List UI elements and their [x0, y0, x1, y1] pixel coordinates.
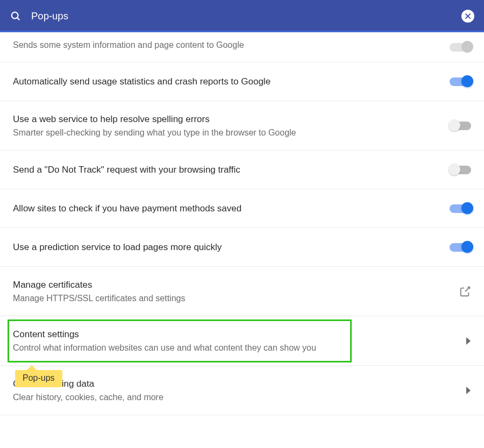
setting-title: Content settings: [13, 329, 455, 340]
page-title: Pop-ups: [31, 10, 461, 22]
setting-certificates[interactable]: Manage certificates Manage HTTPS/SSL cer…: [0, 267, 484, 316]
setting-control: [459, 286, 471, 297]
setting-spelling: Use a web service to help resolve spelli…: [0, 101, 484, 151]
setting-text: Manage certificates Manage HTTPS/SSL cer…: [13, 271, 449, 312]
setting-control: [450, 122, 471, 130]
toggle-prediction[interactable]: [450, 243, 471, 252]
toggle-spelling[interactable]: [450, 122, 471, 130]
setting-text: Automatically send usage statistics and …: [13, 68, 439, 96]
setting-content-settings[interactable]: Content settings Control what informatio…: [0, 316, 484, 366]
search-icon[interactable]: [10, 10, 22, 22]
setting-title: Send a "Do Not Track" request with your …: [13, 165, 439, 175]
setting-control: [450, 243, 471, 252]
setting-control: [466, 387, 471, 394]
setting-title: Use a web service to help resolve spelli…: [13, 114, 439, 125]
toggle-dnt[interactable]: [450, 166, 471, 174]
setting-title: Allow sites to check if you have payment…: [13, 203, 439, 214]
setting-text: Send a "Do Not Track" request with your …: [13, 156, 439, 184]
setting-dnt: Send a "Do Not Track" request with your …: [0, 151, 484, 189]
setting-text: Clear browsing data Clear history, cooki…: [13, 370, 455, 411]
setting-text: Use a prediction service to load pages m…: [13, 233, 439, 261]
setting-subtitle: Smarter spell-checking by sending what y…: [13, 128, 439, 138]
svg-line-1: [17, 18, 19, 20]
setting-control: [450, 43, 471, 52]
toggle-payment[interactable]: [450, 204, 471, 213]
external-link-icon: [459, 286, 471, 297]
setting-subtitle: Control what information websites can us…: [13, 343, 455, 353]
chevron-right-icon: [466, 337, 471, 345]
setting-usage-stats: Automatically send usage statistics and …: [0, 62, 484, 101]
setting-subtitle: Sends some system information and page c…: [13, 40, 439, 50]
header-bar: Pop-ups: [0, 0, 484, 32]
svg-point-0: [12, 12, 18, 19]
toggle-system-info[interactable]: [450, 43, 471, 52]
close-button[interactable]: [461, 10, 474, 23]
setting-system-info: Sends some system information and page c…: [0, 32, 484, 62]
callout-text: Pop-ups: [23, 373, 55, 382]
setting-subtitle: Clear history, cookies, cache, and more: [13, 393, 455, 402]
setting-title: Automatically send usage statistics and …: [13, 76, 439, 87]
setting-text: Content settings Control what informatio…: [13, 321, 455, 361]
callout-tooltip: Pop-ups: [15, 370, 62, 387]
toggle-usage-stats[interactable]: [450, 77, 471, 86]
setting-control: [466, 337, 471, 345]
setting-subtitle: Manage HTTPS/SSL certificates and settin…: [13, 294, 449, 303]
setting-title: Manage certificates: [13, 280, 449, 290]
setting-text: Sends some system information and page c…: [13, 36, 439, 59]
setting-prediction: Use a prediction service to load pages m…: [0, 228, 484, 267]
setting-control: [450, 166, 471, 174]
settings-list: Sends some system information and page c…: [0, 32, 484, 415]
setting-control: [450, 204, 471, 213]
setting-title: Use a prediction service to load pages m…: [13, 242, 439, 253]
setting-text: Use a web service to help resolve spelli…: [13, 105, 439, 146]
setting-title: Clear browsing data: [13, 379, 455, 389]
chevron-right-icon: [466, 387, 471, 394]
setting-text: Allow sites to check if you have payment…: [13, 195, 439, 223]
setting-clear-data[interactable]: Clear browsing data Clear history, cooki…: [0, 366, 484, 415]
setting-payment: Allow sites to check if you have payment…: [0, 189, 484, 228]
setting-control: [450, 77, 471, 86]
